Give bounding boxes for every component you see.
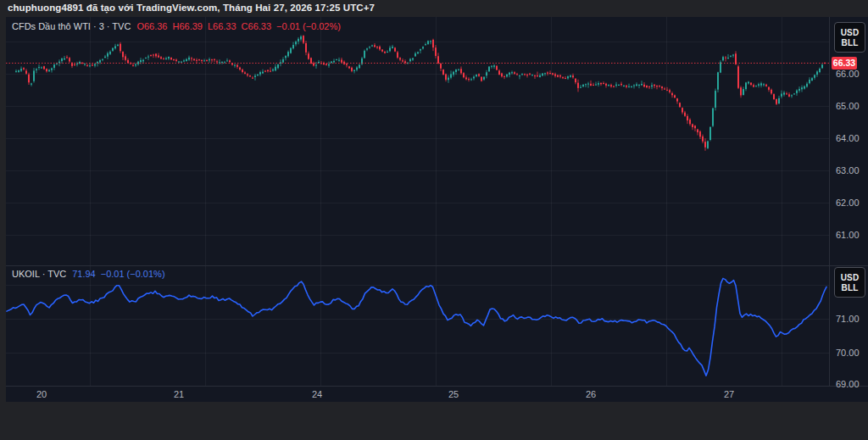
attribution-bar: chuphuong4891 đã tạo với TradingView.com… (0, 0, 868, 17)
wti-last-price-badge: 66.33 (832, 57, 857, 70)
price-axis[interactable]: USD BLL 66.33 66.0065.0064.0063.0062.006… (830, 17, 868, 386)
time-axis-label: 24 (312, 389, 322, 399)
price-axis-label: 64.00 (836, 133, 860, 143)
ukoil-unit-currency: USD (841, 273, 860, 282)
ukoil-line-chart[interactable] (6, 265, 829, 386)
time-axis-label: 20 (36, 389, 47, 399)
wti-close-value: C66.33 (242, 21, 271, 31)
time-axis-label: 21 (174, 389, 184, 399)
wti-low-value: L66.33 (208, 21, 236, 31)
ukoil-change-value: −0.01 (−0.01%) (101, 269, 165, 279)
ukoil-unit-measure: BLL (841, 283, 858, 292)
wti-unit-badge: USD BLL (834, 22, 865, 53)
price-axis-label: 63.00 (836, 165, 860, 175)
chart-region: CFDs Dầu thô WTI · 3 · TVC O66.36 H66.39… (6, 17, 868, 402)
pane-divider[interactable] (6, 265, 868, 266)
wti-change-value: −0.01 (−0.02%) (276, 21, 341, 31)
price-axis-label: 65.00 (836, 101, 860, 111)
wti-unit-currency: USD (841, 28, 860, 37)
wti-high-value: H66.39 (172, 21, 202, 31)
footer-bar: TradingView (0, 402, 868, 440)
price-axis-label: 61.00 (836, 230, 860, 240)
wti-unit-measure: BLL (841, 38, 858, 47)
attribution-text: chuphuong4891 đã tạo với TradingView.com… (8, 3, 375, 13)
wti-legend: CFDs Dầu thô WTI · 3 · TVC O66.36 H66.39… (12, 21, 341, 31)
time-axis-label: 25 (448, 389, 459, 399)
wti-open-value: O66.36 (136, 21, 167, 31)
ukoil-last-value: 71.94 (72, 269, 96, 279)
time-axis[interactable]: 202124252627 (6, 387, 868, 402)
ukoil-symbol-title: UKOIL · TVC (12, 269, 66, 279)
price-axis-label: 71.00 (836, 314, 860, 324)
price-axis-label: 66.00 (836, 69, 860, 79)
time-axis-label: 26 (586, 389, 596, 399)
wti-candlestick-chart[interactable] (6, 17, 829, 265)
time-axis-label: 27 (724, 389, 734, 399)
wti-pane[interactable] (6, 17, 829, 265)
ukoil-unit-badge: USD BLL (834, 267, 865, 298)
price-axis-label: 62.00 (836, 198, 860, 208)
wti-symbol-title: CFDs Dầu thô WTI · 3 · TVC (12, 21, 131, 31)
ukoil-pane[interactable] (6, 265, 829, 386)
ukoil-legend: UKOIL · TVC 71.94 −0.01 (−0.01%) (12, 269, 165, 279)
price-axis-label: 70.00 (836, 348, 860, 358)
